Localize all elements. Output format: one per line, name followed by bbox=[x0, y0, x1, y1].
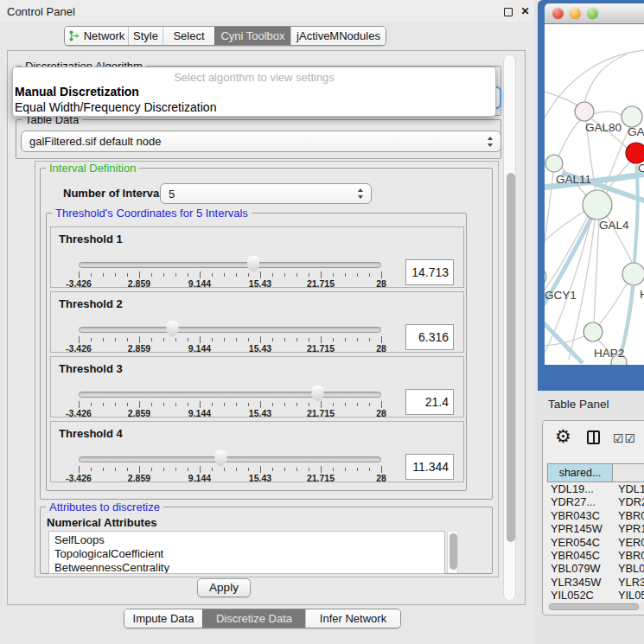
tab-infer-network[interactable]: Infer Network bbox=[305, 609, 400, 628]
table-panel-title: Table Panel bbox=[548, 398, 609, 411]
cell-name[interactable]: YBR043C bbox=[615, 509, 644, 522]
cell-name[interactable]: YBL079W bbox=[615, 562, 644, 575]
slider-thumb[interactable] bbox=[246, 256, 260, 272]
slider-scale: -3.4262.8599.14415.4321.71528 bbox=[79, 343, 381, 353]
slider-thumb[interactable] bbox=[310, 386, 324, 402]
float-window-icon[interactable] bbox=[504, 8, 513, 16]
node-label: GAL4 bbox=[599, 219, 629, 232]
slider-track[interactable] bbox=[79, 456, 381, 462]
table-rows[interactable]: YDL19...YDL19...YDR27...YDR27...YBR043CY… bbox=[547, 482, 644, 602]
cell-shared-name[interactable]: YDL19... bbox=[547, 482, 615, 495]
network-node-gal4[interactable] bbox=[583, 190, 612, 220]
network-view-window: GAL80GACGAL11GAL4GCY1HHAP2 bbox=[538, 0, 644, 391]
numerical-attributes-label: Numerical Attributes bbox=[47, 516, 156, 529]
threshold-value-input[interactable]: 6.316 bbox=[405, 324, 454, 350]
scale-label: 15.43 bbox=[249, 278, 271, 289]
threshold-value-input[interactable]: 14.713 bbox=[405, 259, 454, 285]
cell-shared-name[interactable]: YBL079W bbox=[547, 562, 615, 575]
list-scrollbar[interactable] bbox=[447, 532, 458, 573]
table-hscrollbar-thumb[interactable] bbox=[549, 603, 639, 610]
table-row[interactable]: YBR043CYBR043C bbox=[547, 509, 644, 522]
tab-impute-data[interactable]: Impute Data bbox=[124, 609, 202, 628]
panel-scrollbar[interactable] bbox=[503, 55, 516, 600]
cell-name[interactable]: YBR045C bbox=[615, 549, 644, 562]
attribute-item[interactable]: TopologicalCoefficient bbox=[54, 547, 444, 561]
threshold-value-input[interactable]: 11.344 bbox=[405, 454, 454, 480]
dropdown-option-manual[interactable]: Manual Discretization bbox=[13, 84, 495, 99]
cell-shared-name[interactable]: YDR27... bbox=[547, 495, 615, 508]
apply-button[interactable]: Apply bbox=[197, 578, 251, 597]
cell-name[interactable]: YER054C bbox=[615, 536, 644, 549]
panel-scrollbar-thumb[interactable] bbox=[507, 173, 515, 542]
column-header-name[interactable]: name bbox=[612, 463, 644, 482]
split-columns-icon[interactable] bbox=[587, 430, 600, 444]
network-node-hap2[interactable] bbox=[583, 322, 603, 341]
table-row[interactable]: YPR145WYPR145W bbox=[547, 522, 644, 535]
network-node-c[interactable] bbox=[626, 143, 644, 163]
network-node-gal11[interactable] bbox=[545, 155, 563, 172]
slider-thumb[interactable] bbox=[214, 450, 227, 467]
node-label: GAL80 bbox=[585, 121, 622, 134]
cell-shared-name[interactable]: YPR145W bbox=[547, 522, 615, 535]
table-hscrollbar[interactable] bbox=[547, 603, 644, 610]
tab-discretize-data[interactable]: Discretize Data bbox=[202, 609, 305, 628]
cell-shared-name[interactable]: YBR043C bbox=[547, 509, 615, 522]
slider-track[interactable] bbox=[79, 262, 381, 268]
algorithm-dropdown: Select algorithm to view settings Manual… bbox=[12, 67, 496, 117]
attribute-item[interactable]: SelfLoops bbox=[54, 533, 444, 547]
num-intervals-combo[interactable]: 5 bbox=[160, 183, 372, 204]
table-row[interactable]: YIL052CYIL052C bbox=[547, 589, 644, 602]
close-icon[interactable]: ✕ bbox=[520, 6, 531, 17]
checkbox-columns-icon[interactable]: ☑☑ bbox=[613, 431, 636, 445]
list-scrollbar-thumb[interactable] bbox=[450, 533, 457, 570]
cell-name[interactable]: YLR345W bbox=[615, 576, 644, 589]
slider-ticks bbox=[79, 401, 381, 408]
cell-name[interactable]: YIL052C bbox=[615, 589, 644, 602]
tab-network[interactable]: Network bbox=[65, 27, 128, 45]
network-window-titlebar[interactable] bbox=[545, 3, 644, 24]
tab-select[interactable]: Select bbox=[163, 27, 214, 45]
network-node-gal80[interactable] bbox=[575, 102, 594, 121]
slider-track[interactable] bbox=[79, 392, 381, 398]
slider-thumb[interactable] bbox=[165, 321, 179, 337]
cell-name[interactable]: YDR27... bbox=[615, 495, 644, 508]
zoom-traffic-icon[interactable] bbox=[587, 8, 598, 19]
cell-shared-name[interactable]: YER054C bbox=[547, 536, 615, 549]
gear-icon[interactable]: ⚙ bbox=[555, 426, 571, 447]
table-row[interactable]: YBR045CYBR045C bbox=[547, 549, 644, 562]
node-label: C bbox=[638, 162, 644, 175]
network-node-h[interactable] bbox=[622, 263, 644, 285]
attribute-item[interactable]: BetweennessCentrality bbox=[54, 561, 444, 574]
column-header-shared[interactable]: shared... bbox=[547, 463, 613, 482]
minimize-traffic-icon[interactable] bbox=[570, 8, 581, 19]
network-node-gcy1[interactable] bbox=[545, 267, 546, 286]
cell-shared-name[interactable]: YLR345W bbox=[547, 576, 615, 589]
dropdown-option-equal-width[interactable]: Equal Width/Frequency Discretization bbox=[13, 99, 495, 115]
table-row[interactable]: YLR345WYLR345W bbox=[547, 576, 644, 589]
combo-spinner-icon bbox=[358, 188, 364, 199]
table-row[interactable]: YBL079WYBL079W bbox=[547, 562, 644, 575]
scale-label: 21.715 bbox=[307, 343, 335, 354]
table-data-combo[interactable]: galFiltered.sif default node bbox=[21, 131, 501, 152]
threshold-label: Threshold 4 bbox=[59, 427, 123, 440]
scale-label: 2.859 bbox=[128, 343, 150, 354]
table-row[interactable]: YDR27...YDR27... bbox=[547, 495, 644, 508]
scale-label: 15.43 bbox=[249, 343, 271, 354]
table-row[interactable]: YDL19...YDL19... bbox=[547, 482, 644, 495]
cell-shared-name[interactable]: YBR045C bbox=[547, 549, 615, 562]
network-canvas[interactable]: GAL80GACGAL11GAL4GCY1HHAP2 bbox=[545, 24, 644, 365]
slider-track[interactable] bbox=[79, 327, 381, 333]
cell-name[interactable]: YDL19... bbox=[615, 482, 644, 495]
attributes-list[interactable]: SelfLoopsTopologicalCoefficientBetweenne… bbox=[48, 531, 445, 574]
close-traffic-icon[interactable] bbox=[552, 8, 564, 19]
group-title: Interval Definition bbox=[46, 162, 139, 175]
threshold-value-input[interactable]: 21.4 bbox=[405, 389, 454, 415]
tab-style[interactable]: Style bbox=[128, 27, 163, 45]
cell-shared-name[interactable]: YIL052C bbox=[547, 589, 615, 602]
combo-value: galFiltered.sif default node bbox=[29, 135, 161, 148]
tab-jactivemnodules[interactable]: jActiveMNodules bbox=[290, 27, 386, 45]
network-node-ga[interactable] bbox=[622, 106, 642, 127]
tab-cyni-toolbox[interactable]: Cyni Toolbox bbox=[214, 27, 290, 45]
table-row[interactable]: YER054CYER054C bbox=[547, 536, 644, 549]
cell-name[interactable]: YPR145W bbox=[615, 522, 644, 535]
